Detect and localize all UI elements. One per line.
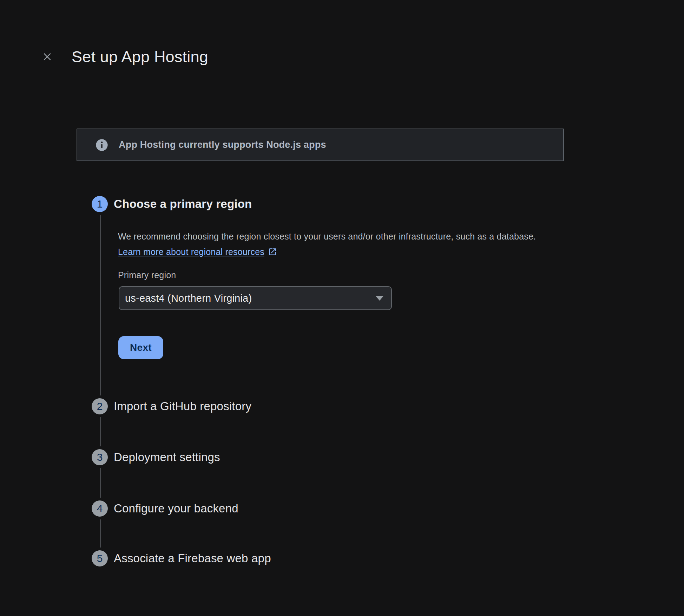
info-banner: App Hosting currently supports Node.js a… <box>77 129 564 161</box>
step-3-title: Deployment settings <box>114 451 220 464</box>
stepper-connector <box>100 519 101 548</box>
step-5-indicator: 5 <box>92 550 108 566</box>
banner-text: App Hosting currently supports Node.js a… <box>119 139 326 150</box>
primary-region-value: us-east4 (Northern Virginia) <box>125 293 376 304</box>
stepper-connector <box>100 215 101 395</box>
stepper-connector <box>100 468 101 498</box>
step-1-indicator: 1 <box>92 196 108 212</box>
primary-region-label: Primary region <box>118 270 176 280</box>
step-4-title: Configure your backend <box>114 502 238 515</box>
step-4-header: 4 Configure your backend <box>92 500 238 517</box>
learn-more-link[interactable]: Learn more about regional resources <box>118 247 277 257</box>
info-icon <box>95 138 109 152</box>
close-button[interactable] <box>39 49 55 64</box>
step-1-header: 1 Choose a primary region <box>92 196 252 212</box>
step-1-title: Choose a primary region <box>114 197 252 211</box>
step-5-header: 5 Associate a Firebase web app <box>92 550 271 566</box>
learn-more-link-label: Learn more about regional resources <box>118 247 264 257</box>
step-2-header: 2 Import a GitHub repository <box>92 398 251 414</box>
caret-down-icon <box>376 296 383 301</box>
close-icon <box>42 51 53 62</box>
setup-app-hosting-dialog: Set up App Hosting App Hosting currently… <box>0 0 684 616</box>
open-in-new-icon <box>268 245 277 261</box>
step-3-header: 3 Deployment settings <box>92 449 220 465</box>
step-5-title: Associate a Firebase web app <box>114 552 271 565</box>
next-button[interactable]: Next <box>118 336 163 359</box>
step-4-indicator: 4 <box>92 500 108 517</box>
step-1-description-text: We recommend choosing the region closest… <box>118 231 536 241</box>
stepper-connector <box>100 417 101 446</box>
step-2-title: Import a GitHub repository <box>114 400 251 413</box>
step-3-indicator: 3 <box>92 449 108 465</box>
page-title: Set up App Hosting <box>72 47 208 67</box>
primary-region-select[interactable]: us-east4 (Northern Virginia) <box>119 286 392 310</box>
step-1-description: We recommend choosing the region closest… <box>118 229 543 261</box>
step-2-indicator: 2 <box>92 398 108 414</box>
